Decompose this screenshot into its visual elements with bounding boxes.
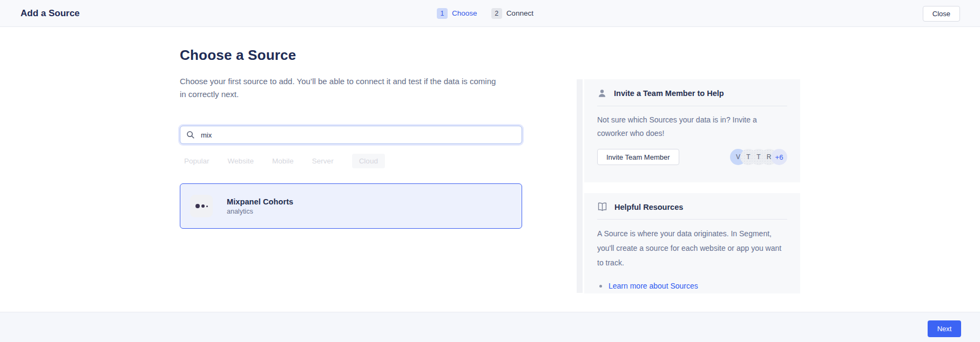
category-tabs: Popular Website Mobile Server Cloud xyxy=(180,154,522,168)
tab-website[interactable]: Website xyxy=(228,154,254,168)
footer-bar: Next xyxy=(0,312,980,342)
section-description: Choose your first source to add. You’ll … xyxy=(180,75,504,101)
helpful-resources-card: Helpful Resources A Source is where your… xyxy=(584,193,800,293)
next-button[interactable]: Next xyxy=(928,320,961,337)
invite-actions-row: Invite Team Member V T T R +6 xyxy=(584,140,800,165)
tab-popular[interactable]: Popular xyxy=(184,154,209,168)
invite-team-member-button[interactable]: Invite Team Member xyxy=(597,149,679,165)
step-2-connect[interactable]: Connect xyxy=(506,9,533,17)
open-book-icon xyxy=(597,202,607,211)
step-1-badge: 1 xyxy=(437,8,448,19)
resources-card-header: Helpful Resources xyxy=(584,193,800,211)
invite-card-header: Invite a Team Member to Help xyxy=(584,79,800,98)
close-button[interactable]: Close xyxy=(923,6,960,22)
invite-card-title: Invite a Team Member to Help xyxy=(614,89,724,98)
source-name: Mixpanel Cohorts xyxy=(227,197,293,206)
source-category: analytics xyxy=(227,208,293,215)
tab-mobile[interactable]: Mobile xyxy=(272,154,294,168)
invite-team-card: Invite a Team Member to Help Not sure wh… xyxy=(584,79,800,182)
choose-source-panel: Choose a Source Choose your first source… xyxy=(180,27,522,229)
source-text: Mixpanel Cohorts analytics xyxy=(227,197,293,215)
avatar-overflow-count: +6 xyxy=(771,149,787,165)
tab-cloud[interactable]: Cloud xyxy=(352,154,385,168)
step-2-badge: 2 xyxy=(491,8,502,19)
resources-card-title: Helpful Resources xyxy=(614,203,683,211)
section-heading: Choose a Source xyxy=(180,47,522,64)
search-input[interactable] xyxy=(180,126,522,144)
learn-more-sources-link[interactable]: Learn more about Sources xyxy=(609,282,698,290)
person-icon xyxy=(597,88,607,98)
scrollbar-track[interactable] xyxy=(577,79,583,293)
resources-link-row: Learn more about Sources xyxy=(584,270,800,290)
team-avatars: V T T R +6 xyxy=(730,149,787,165)
wizard-stepper: 1 Choose 2 Connect xyxy=(437,8,543,19)
tab-server[interactable]: Server xyxy=(312,154,334,168)
step-1-choose[interactable]: Choose xyxy=(452,9,477,17)
source-result-mixpanel-cohorts[interactable]: Mixpanel Cohorts analytics xyxy=(180,183,522,229)
source-search xyxy=(180,126,522,144)
mixpanel-dots-logo-icon xyxy=(190,195,213,217)
invite-card-body: Not sure which Sources your data is in? … xyxy=(584,106,800,140)
page-title: Add a Source xyxy=(21,8,80,19)
top-bar: Add a Source 1 Choose 2 Connect Close xyxy=(0,0,980,27)
bullet-icon xyxy=(599,285,602,288)
resources-card-body: A Source is where your data originates. … xyxy=(584,220,800,270)
